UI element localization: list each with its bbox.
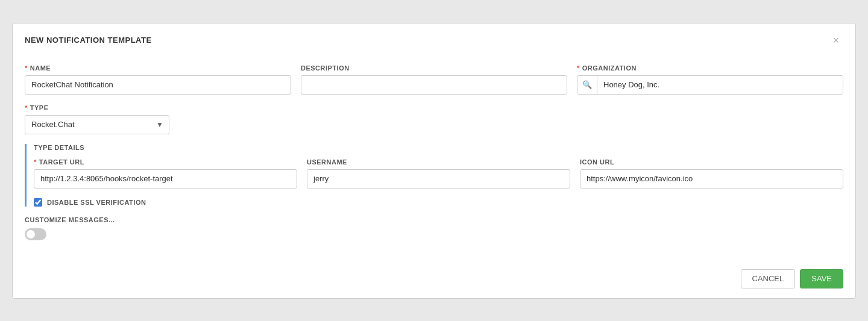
row-type: *TYPE Rocket.Chat Slack Email PagerDuty …	[25, 104, 843, 134]
type-group: *TYPE Rocket.Chat Slack Email PagerDuty …	[25, 104, 169, 134]
description-label: DESCRIPTION	[301, 64, 567, 72]
org-input-wrapper: 🔍	[577, 75, 843, 95]
org-search-icon: 🔍	[577, 76, 597, 94]
modal-overlay: NEW NOTIFICATION TEMPLATE × *NAME DESCRI…	[12, 23, 856, 299]
description-group: DESCRIPTION	[301, 64, 567, 95]
organization-group: *ORGANIZATION 🔍	[577, 64, 843, 95]
row-name-description-org: *NAME DESCRIPTION *ORGANIZATION 🔍	[25, 64, 843, 95]
target-required: *	[34, 158, 37, 166]
ssl-checkbox[interactable]	[34, 198, 42, 207]
modal-body: *NAME DESCRIPTION *ORGANIZATION 🔍	[13, 55, 855, 262]
name-group: *NAME	[25, 64, 291, 95]
ssl-label: DISABLE SSL VERIFICATION	[47, 199, 146, 206]
icon-url-input[interactable]	[580, 169, 843, 189]
close-button[interactable]: ×	[829, 33, 843, 48]
type-details-section: TYPE DETAILS *TARGET URL USERNAME	[25, 144, 843, 207]
modal-footer: CANCEL SAVE	[13, 262, 855, 298]
toggle-slider	[25, 228, 46, 240]
row-target-username-icon: *TARGET URL USERNAME ICON URL	[34, 158, 843, 189]
modal-header: NEW NOTIFICATION TEMPLATE ×	[13, 23, 855, 55]
ssl-row: DISABLE SSL VERIFICATION	[34, 198, 843, 207]
name-required: *	[25, 64, 28, 72]
organization-input[interactable]	[597, 76, 843, 94]
notification-template-modal: NEW NOTIFICATION TEMPLATE × *NAME DESCRI…	[12, 23, 856, 299]
target-url-group: *TARGET URL	[34, 158, 297, 189]
org-required: *	[577, 64, 580, 72]
username-group: USERNAME	[307, 158, 570, 189]
customize-section: CUSTOMIZE MESSAGES...	[25, 216, 843, 240]
modal-title: NEW NOTIFICATION TEMPLATE	[25, 36, 152, 45]
icon-url-group: ICON URL	[580, 158, 843, 189]
type-select[interactable]: Rocket.Chat Slack Email PagerDuty	[25, 115, 169, 134]
customize-label: CUSTOMIZE MESSAGES...	[25, 216, 843, 223]
customize-toggle[interactable]	[25, 228, 46, 240]
username-label: USERNAME	[307, 158, 570, 166]
type-select-wrapper: Rocket.Chat Slack Email PagerDuty ▼	[25, 115, 169, 134]
type-details-title: TYPE DETAILS	[34, 144, 843, 151]
name-label: *NAME	[25, 64, 291, 72]
target-url-label: *TARGET URL	[34, 158, 297, 166]
username-input[interactable]	[307, 169, 570, 189]
save-button[interactable]: SAVE	[800, 269, 843, 288]
type-required: *	[25, 104, 28, 111]
target-url-input[interactable]	[34, 169, 297, 189]
description-input[interactable]	[301, 75, 567, 95]
name-input[interactable]	[25, 75, 291, 95]
type-label: *TYPE	[25, 104, 169, 111]
icon-url-label: ICON URL	[580, 158, 843, 166]
cancel-button[interactable]: CANCEL	[741, 269, 796, 288]
organization-label: *ORGANIZATION	[577, 64, 843, 72]
